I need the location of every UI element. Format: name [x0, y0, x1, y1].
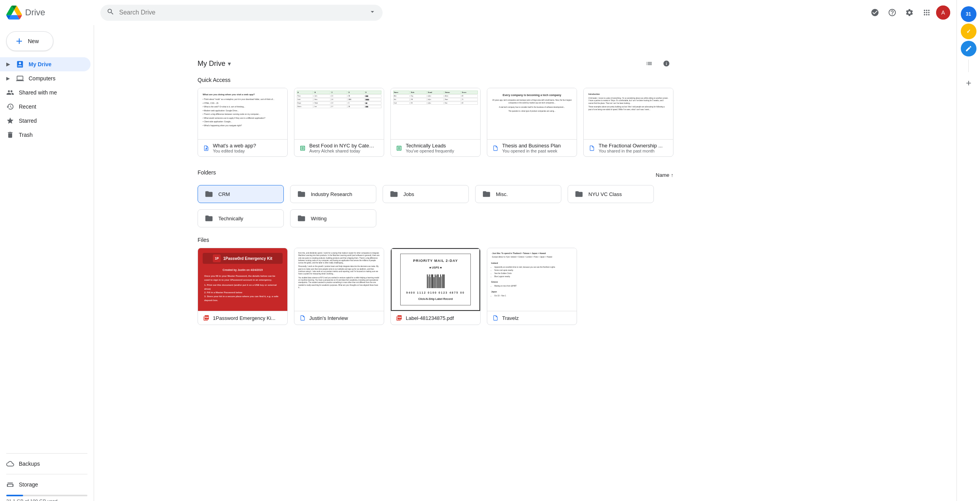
new-button[interactable]: New	[6, 31, 53, 51]
sidebar-divider-2	[6, 474, 87, 474]
quick-access-card-best-food[interactable]: A B C D E Pizza Joe's 4.5 $$ ▓▓▓ Sushi N…	[294, 88, 384, 157]
apps-grid-btn[interactable]	[919, 5, 935, 20]
card-info-2: Best Food in NYC by Categ... Avery Alche…	[294, 139, 384, 156]
folders-section-title: Folders	[198, 169, 216, 176]
card-filename-3: Technically Leads	[406, 143, 454, 149]
sidebar-item-computers[interactable]: ▶ Computers	[0, 71, 91, 85]
files-grid: 1P 1Passw0rd Emergency Kit Created by Ju…	[198, 248, 673, 325]
file-card-travelz[interactable]: · Just like: To spend in Thailand > Taiw…	[487, 248, 577, 325]
sidebar-label-shared: Shared with me	[19, 89, 57, 96]
doc-preview-1: What are you doing when you visit a web …	[198, 88, 287, 139]
folder-card-nyu[interactable]: NYU VC Class	[568, 185, 654, 203]
trash-icon	[6, 131, 14, 139]
user-avatar[interactable]: A	[936, 5, 950, 20]
help-btn[interactable]	[884, 5, 900, 20]
file-card-1password[interactable]: 1P 1Passw0rd Emergency Kit Created by Ju…	[198, 248, 288, 325]
sidebar-item-trash[interactable]: Trash	[0, 128, 91, 142]
sheet-icon-2	[299, 145, 306, 152]
sidebar-item-starred[interactable]: Starred	[0, 114, 91, 128]
folder-icon-misc	[482, 189, 491, 199]
drive-title-text: My Drive	[198, 60, 225, 68]
sidebar-item-shared[interactable]: Shared with me	[0, 85, 91, 100]
doc-icon-travelz	[492, 314, 499, 321]
1pass-logo: 1P 1Passw0rd Emergency Kit	[203, 253, 283, 264]
sidebar-divider	[6, 453, 87, 454]
sidebar-label-computers: Computers	[29, 75, 55, 82]
quick-access-card-whats-a-web-app[interactable]: What are you doing when you visit a web …	[198, 88, 288, 157]
topbar: Drive A	[0, 0, 956, 25]
card-filename-5: The Fractional Ownership ...	[599, 143, 662, 149]
doc-icon-4	[492, 145, 499, 152]
drive-title: My Drive ▾	[198, 60, 231, 68]
drive-logo-icon	[6, 5, 22, 20]
card-info-3: Technically Leads You've opened frequent…	[391, 139, 480, 156]
keep-icon-btn[interactable]	[961, 41, 976, 56]
my-drive-icon	[16, 60, 24, 68]
file-card-justins-interview[interactable]: from this, and dividends spend. I work f…	[294, 248, 384, 325]
pdf-icon-1password	[203, 314, 210, 321]
folder-card-industry-research[interactable]: Industry Research	[290, 185, 376, 203]
main-content: My Drive ▾ Quick Access What ar	[188, 50, 683, 501]
file-name-justins: Justin's Interview	[309, 315, 348, 321]
info-btn[interactable]	[659, 56, 673, 71]
sort-arrow-icon: ↑	[671, 172, 674, 178]
folder-card-crm[interactable]: CRM	[198, 185, 284, 203]
card-subtitle-2: Avery Alchek shared today	[309, 149, 376, 153]
main-header-actions	[642, 56, 673, 71]
new-plus-icon	[15, 36, 24, 46]
file-info-1password: 1Password Emergency Ki...	[198, 311, 287, 325]
check-circle-btn[interactable]	[867, 5, 883, 20]
quick-access-title: Quick Access	[198, 77, 673, 83]
sidebar-label-backups: Backups	[19, 461, 40, 467]
card-preview-4: Every company is becoming a tech company…	[487, 88, 577, 139]
pdf-1pass-preview: 1P 1Passw0rd Emergency Kit Created by Ju…	[198, 248, 287, 311]
folder-icon-technically	[204, 214, 214, 223]
sidebar-label-storage: Storage	[19, 481, 38, 488]
calendar-icon-btn[interactable]: 31	[961, 6, 976, 22]
quick-access-card-thesis[interactable]: Every company is becoming a tech company…	[487, 88, 577, 157]
add-apps-btn[interactable]	[961, 75, 976, 91]
file-card-label[interactable]: PRIORITY MAIL 2-DAY ■ USPS ■	[390, 248, 481, 325]
quick-access-card-technically-leads[interactable]: Name Role Email Status Score Alice Eng a…	[390, 88, 481, 157]
recent-icon	[6, 103, 14, 111]
sidebar-item-my-drive[interactable]: ▶ My Drive	[0, 57, 91, 71]
quick-access-grid: What are you doing when you visit a web …	[198, 88, 673, 157]
quick-access-card-fractional[interactable]: Introduction A full week, I move to a pl…	[583, 88, 673, 157]
app-title: Drive	[25, 7, 45, 18]
tasks-icon-btn[interactable]: ✓	[961, 24, 976, 39]
doc-icon-justins	[299, 314, 306, 321]
topbar-actions: A	[867, 5, 950, 20]
search-bar[interactable]	[100, 5, 383, 21]
starred-icon	[6, 117, 14, 125]
sidebar: New ▶ My Drive ▶ Computers	[0, 25, 94, 501]
sidebar-item-recent[interactable]: Recent	[0, 100, 91, 114]
sort-label[interactable]: Name ↑	[656, 172, 673, 178]
right-strip-divider	[968, 60, 969, 72]
card-filename-4: Thesis and Business Plan	[502, 143, 561, 149]
folder-name-jobs: Jobs	[403, 191, 414, 197]
shared-icon	[6, 89, 14, 96]
search-icon	[107, 8, 114, 18]
storage-bar	[6, 495, 87, 496]
folder-card-technically[interactable]: Technically	[198, 209, 284, 227]
doc-icon-5	[588, 145, 595, 152]
folder-card-writing[interactable]: Writing	[290, 209, 376, 227]
card-text-4: Thesis and Business Plan You opened in t…	[502, 143, 561, 153]
file-preview-travelz: · Just like: To spend in Thailand > Taiw…	[487, 248, 577, 311]
folder-name-nyu: NYU VC Class	[588, 191, 622, 197]
folder-card-misc[interactable]: Misc.	[475, 185, 561, 203]
list-view-btn[interactable]	[642, 56, 656, 71]
sidebar-item-backups[interactable]: Backups	[0, 457, 91, 471]
main-header: My Drive ▾	[198, 56, 673, 71]
card-subtitle-3: You've opened frequently	[406, 149, 454, 153]
backups-icon	[6, 460, 14, 468]
search-dropdown-icon[interactable]	[368, 8, 376, 17]
drive-title-dropdown-icon[interactable]: ▾	[228, 60, 231, 67]
sidebar-item-storage[interactable]: Storage	[0, 477, 91, 492]
settings-btn[interactable]	[902, 5, 917, 20]
search-input[interactable]	[119, 9, 364, 16]
barcode	[427, 272, 445, 288]
folder-card-jobs[interactable]: Jobs	[383, 185, 469, 203]
card-text-1: What's a web app? You edited today	[213, 143, 256, 153]
files-section-title: Files	[198, 237, 673, 243]
